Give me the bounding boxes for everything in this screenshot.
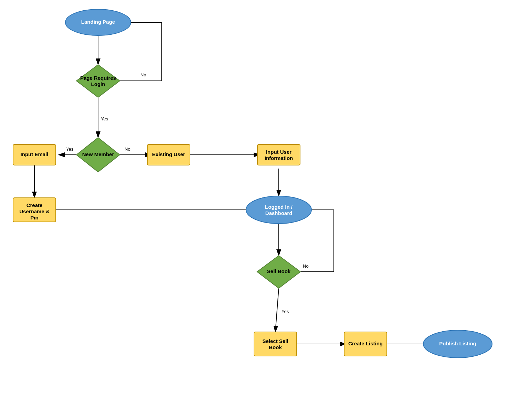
node-select-sell-book-label1: Select Sell [262,338,288,344]
node-publish-listing-label: Publish Listing [439,341,476,346]
node-page-requires-login-label2: Login [91,81,105,87]
edge-label-no-sell: No [303,263,309,269]
node-landing-page-label: Landing Page [81,19,115,25]
node-input-user-info-label2: Information [265,155,293,161]
node-input-user-info-label1: Input User [266,149,291,155]
edge-label-yes-login: Yes [101,116,108,121]
node-existing-user-label: Existing User [152,151,185,157]
node-new-member-label: New Member [82,151,114,157]
node-select-sell-book-label2: Book [269,344,282,350]
edge-label-yes-sell: Yes [282,309,289,314]
edge-label-no-new: No [125,147,130,152]
node-create-username-label1: Create [26,202,43,208]
node-logged-in-label1: Logged In / [265,204,293,210]
node-create-listing-label: Create Listing [348,341,383,346]
node-create-username-label3: Pin [30,215,38,220]
node-input-email-label: Input Email [21,151,49,157]
node-logged-in-label2: Dashboard [265,210,292,216]
edge-yes-sell [275,288,279,332]
flowchart: back to Landing Page (right then up) -->… [0,0,509,420]
edge-label-no-login: No [140,72,146,77]
node-create-username-label2: Username & [19,208,50,214]
node-page-requires-login-label1: Page Requires [80,75,116,81]
edge-label-yes-new: Yes [66,147,74,152]
node-sell-book-label: Sell Book [267,268,291,274]
